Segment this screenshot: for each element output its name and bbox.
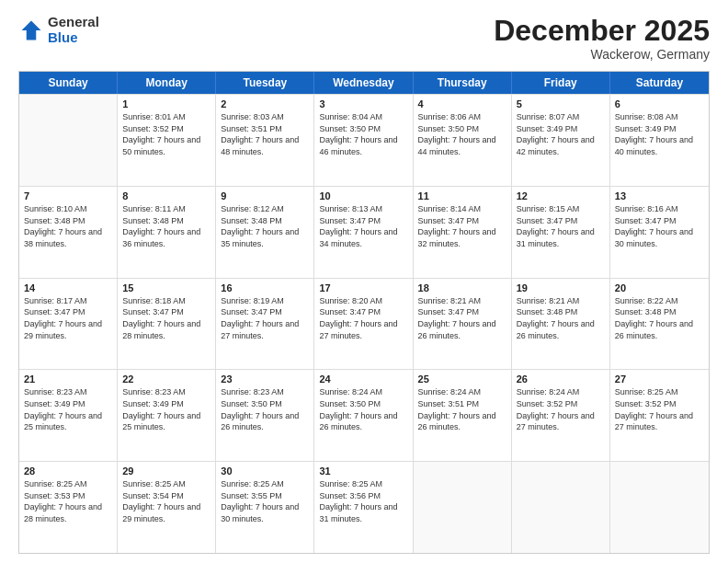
- calendar-day-13: 13Sunrise: 8:16 AMSunset: 3:47 PMDayligh…: [610, 187, 709, 278]
- daylight-hours: Daylight: 7 hours and 42 minutes.: [517, 134, 605, 157]
- sunset-time: Sunset: 3:48 PM: [122, 215, 210, 227]
- calendar-day-14: 14Sunrise: 8:17 AMSunset: 3:47 PMDayligh…: [19, 279, 118, 370]
- sunset-time: Sunset: 3:47 PM: [615, 215, 704, 227]
- calendar-week-4: 21Sunrise: 8:23 AMSunset: 3:49 PMDayligh…: [19, 369, 709, 461]
- logo: General Blue: [18, 15, 99, 45]
- daylight-hours: Daylight: 7 hours and 26 minutes.: [418, 410, 506, 433]
- sunset-time: Sunset: 3:48 PM: [615, 306, 704, 318]
- sunrise-time: Sunrise: 8:16 AM: [615, 203, 704, 215]
- day-number: 1: [122, 98, 210, 109]
- daylight-hours: Daylight: 7 hours and 27 minutes.: [517, 410, 605, 433]
- sunrise-time: Sunrise: 8:23 AM: [221, 386, 309, 398]
- calendar-day-empty: [19, 95, 118, 186]
- calendar-day-empty: [610, 462, 709, 553]
- sunrise-time: Sunrise: 8:24 AM: [319, 386, 407, 398]
- day-number: 6: [615, 98, 704, 109]
- day-number: 19: [517, 282, 605, 293]
- day-number: 10: [319, 190, 407, 201]
- sunrise-time: Sunrise: 8:25 AM: [24, 478, 112, 490]
- calendar-day-25: 25Sunrise: 8:24 AMSunset: 3:51 PMDayligh…: [414, 370, 512, 461]
- sunrise-time: Sunrise: 8:08 AM: [615, 111, 704, 123]
- sunset-time: Sunset: 3:47 PM: [221, 306, 309, 318]
- logo-blue: Blue: [48, 30, 99, 46]
- day-number: 29: [122, 465, 210, 477]
- daylight-hours: Daylight: 7 hours and 48 minutes.: [221, 134, 309, 157]
- calendar-day-29: 29Sunrise: 8:25 AMSunset: 3:54 PMDayligh…: [118, 462, 216, 553]
- calendar-day-8: 8Sunrise: 8:11 AMSunset: 3:48 PMDaylight…: [118, 187, 216, 278]
- calendar-week-5: 28Sunrise: 8:25 AMSunset: 3:53 PMDayligh…: [19, 461, 709, 553]
- calendar-day-15: 15Sunrise: 8:18 AMSunset: 3:47 PMDayligh…: [118, 279, 216, 370]
- sunset-time: Sunset: 3:52 PM: [615, 398, 704, 410]
- sunrise-time: Sunrise: 8:07 AM: [517, 111, 605, 123]
- day-number: 23: [221, 373, 309, 385]
- day-number: 31: [319, 465, 407, 477]
- day-number: 7: [24, 190, 112, 201]
- logo-text: General Blue: [48, 15, 99, 45]
- calendar-header: SundayMondayTuesdayWednesdayThursdayFrid…: [19, 72, 709, 94]
- day-number: 24: [319, 373, 407, 385]
- day-number: 20: [615, 282, 704, 293]
- sunset-time: Sunset: 3:52 PM: [517, 398, 605, 410]
- sunrise-time: Sunrise: 8:03 AM: [221, 111, 309, 123]
- day-number: 26: [517, 373, 605, 385]
- daylight-hours: Daylight: 7 hours and 31 minutes.: [517, 226, 605, 249]
- daylight-hours: Daylight: 7 hours and 36 minutes.: [122, 226, 210, 249]
- calendar-day-4: 4Sunrise: 8:06 AMSunset: 3:50 PMDaylight…: [414, 95, 512, 186]
- sunset-time: Sunset: 3:48 PM: [221, 215, 309, 227]
- page: General Blue December 2025 Wackerow, Ger…: [0, 0, 728, 563]
- calendar-day-24: 24Sunrise: 8:24 AMSunset: 3:50 PMDayligh…: [314, 370, 413, 461]
- calendar-week-3: 14Sunrise: 8:17 AMSunset: 3:47 PMDayligh…: [19, 278, 709, 370]
- daylight-hours: Daylight: 7 hours and 40 minutes.: [615, 134, 704, 157]
- sunset-time: Sunset: 3:50 PM: [319, 398, 407, 410]
- day-number: 3: [319, 98, 407, 109]
- sunset-time: Sunset: 3:48 PM: [24, 215, 112, 227]
- day-number: 8: [122, 190, 210, 201]
- sunrise-time: Sunrise: 8:20 AM: [319, 295, 407, 307]
- header-day-tuesday: Tuesday: [216, 72, 314, 94]
- daylight-hours: Daylight: 7 hours and 29 minutes.: [24, 318, 112, 341]
- sunrise-time: Sunrise: 8:25 AM: [319, 478, 407, 490]
- sunset-time: Sunset: 3:47 PM: [319, 306, 407, 318]
- sunset-time: Sunset: 3:52 PM: [122, 123, 210, 135]
- daylight-hours: Daylight: 7 hours and 27 minutes.: [221, 318, 309, 341]
- header-day-thursday: Thursday: [414, 72, 512, 94]
- header-day-monday: Monday: [118, 72, 216, 94]
- calendar: SundayMondayTuesdayWednesdayThursdayFrid…: [18, 71, 710, 554]
- calendar-day-5: 5Sunrise: 8:07 AMSunset: 3:49 PMDaylight…: [512, 95, 610, 186]
- daylight-hours: Daylight: 7 hours and 27 minutes.: [615, 410, 704, 433]
- logo-general: General: [48, 15, 99, 30]
- calendar-week-2: 7Sunrise: 8:10 AMSunset: 3:48 PMDaylight…: [19, 186, 709, 278]
- calendar-day-empty: [512, 462, 610, 553]
- calendar-day-17: 17Sunrise: 8:20 AMSunset: 3:47 PMDayligh…: [314, 279, 413, 370]
- calendar-day-23: 23Sunrise: 8:23 AMSunset: 3:50 PMDayligh…: [216, 370, 314, 461]
- daylight-hours: Daylight: 7 hours and 26 minutes.: [418, 318, 506, 341]
- sunset-time: Sunset: 3:49 PM: [615, 123, 704, 135]
- daylight-hours: Daylight: 7 hours and 27 minutes.: [319, 318, 407, 341]
- calendar-day-20: 20Sunrise: 8:22 AMSunset: 3:48 PMDayligh…: [610, 279, 709, 370]
- sunset-time: Sunset: 3:51 PM: [418, 398, 506, 410]
- main-title: December 2025: [494, 15, 710, 47]
- sunset-time: Sunset: 3:56 PM: [319, 490, 407, 502]
- day-number: 13: [615, 190, 704, 201]
- sunset-time: Sunset: 3:49 PM: [122, 398, 210, 410]
- sunrise-time: Sunrise: 8:11 AM: [122, 203, 210, 215]
- daylight-hours: Daylight: 7 hours and 38 minutes.: [24, 226, 112, 249]
- calendar-day-22: 22Sunrise: 8:23 AMSunset: 3:49 PMDayligh…: [118, 370, 216, 461]
- sunset-time: Sunset: 3:50 PM: [319, 123, 407, 135]
- sunset-time: Sunset: 3:47 PM: [418, 215, 506, 227]
- day-number: 15: [122, 282, 210, 293]
- daylight-hours: Daylight: 7 hours and 30 minutes.: [615, 226, 704, 249]
- sunrise-time: Sunrise: 8:19 AM: [221, 295, 309, 307]
- sunset-time: Sunset: 3:54 PM: [122, 490, 210, 502]
- daylight-hours: Daylight: 7 hours and 34 minutes.: [319, 226, 407, 249]
- calendar-week-1: 1Sunrise: 8:01 AMSunset: 3:52 PMDaylight…: [19, 94, 709, 186]
- day-number: 14: [24, 282, 112, 293]
- sunrise-time: Sunrise: 8:23 AM: [24, 386, 112, 398]
- day-number: 16: [221, 282, 309, 293]
- day-number: 28: [24, 465, 112, 477]
- calendar-day-11: 11Sunrise: 8:14 AMSunset: 3:47 PMDayligh…: [414, 187, 512, 278]
- daylight-hours: Daylight: 7 hours and 29 minutes.: [122, 501, 210, 524]
- calendar-day-9: 9Sunrise: 8:12 AMSunset: 3:48 PMDaylight…: [216, 187, 314, 278]
- daylight-hours: Daylight: 7 hours and 26 minutes.: [319, 410, 407, 433]
- daylight-hours: Daylight: 7 hours and 30 minutes.: [221, 501, 309, 524]
